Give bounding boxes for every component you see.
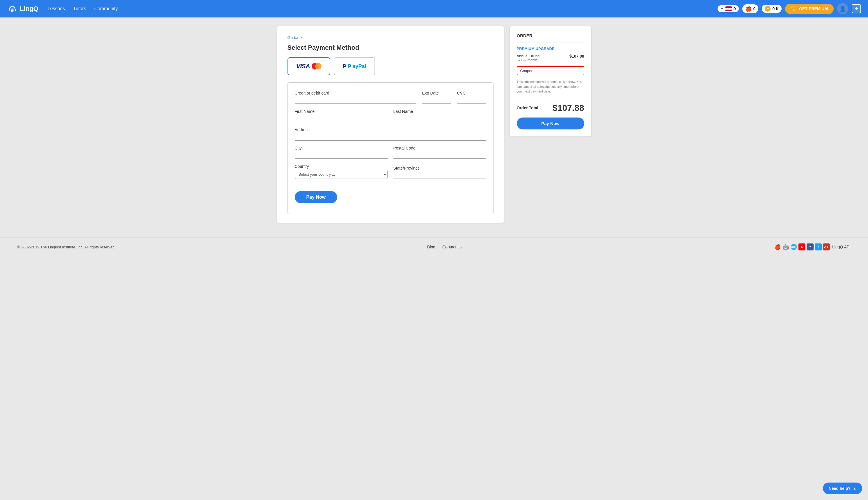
crown-icon: 👑 <box>791 6 797 12</box>
city-input[interactable] <box>295 151 387 159</box>
order-total-label: Order Total <box>517 105 538 110</box>
lingq-api-link[interactable]: LingQ API <box>832 245 850 249</box>
country-select[interactable]: Select your country ... <box>295 170 387 179</box>
order-divider-top <box>517 42 584 43</box>
coins-counter[interactable]: ✦ 0 K <box>762 5 781 13</box>
mastercard-logo <box>312 63 322 69</box>
address-row: Address <box>295 127 486 140</box>
footer-links: Blog Contact Us <box>427 245 462 249</box>
paypal-logo: P P ayPal <box>342 63 367 70</box>
paypal-p1: P <box>342 63 346 70</box>
need-help-label: Need help? <box>829 486 850 491</box>
logo-text: LingQ <box>20 5 38 12</box>
need-help-button[interactable]: Need help? ▲ <box>823 482 862 494</box>
coins-value: 0 K <box>772 7 779 11</box>
nav: Lessons Tutors Community <box>48 6 708 11</box>
first-name-label: First Name <box>295 109 387 114</box>
coin-icon: ✦ <box>765 6 770 12</box>
city-label: City <box>295 146 387 150</box>
cvc-label: CVC <box>457 91 486 95</box>
order-total-amount: $107.88 <box>553 103 584 113</box>
apple-store-icon[interactable]: 🍎 <box>774 243 781 250</box>
nav-tutors[interactable]: Tutors <box>73 6 86 11</box>
exp-date-group: Exp Date <box>422 91 451 104</box>
android-icon[interactable]: 🤖 <box>782 243 789 250</box>
social-icon[interactable]: g+ <box>823 243 830 250</box>
order-total-row: Order Total $107.88 <box>517 103 584 113</box>
state-province-input[interactable] <box>393 172 486 179</box>
pay-now-button-form[interactable]: Pay Now <box>295 191 338 203</box>
last-name-input[interactable] <box>393 115 486 122</box>
payment-methods: VISA P P ayPal <box>288 57 494 75</box>
youtube-icon[interactable]: ▶ <box>799 243 805 250</box>
card-number-group: Credit or debit card <box>295 91 416 104</box>
add-button[interactable]: + <box>852 4 861 13</box>
city-group: City <box>295 146 387 159</box>
coupon-input[interactable] <box>536 69 585 73</box>
language-selector[interactable]: ▼ 0 <box>718 5 739 12</box>
cvc-input[interactable] <box>457 96 486 104</box>
contact-us-link[interactable]: Contact Us <box>442 245 462 249</box>
paypal-p2: P <box>347 63 351 70</box>
logo[interactable]: LingQ <box>7 3 38 14</box>
nav-lessons[interactable]: Lessons <box>48 6 65 11</box>
streak-value: 0 <box>753 7 756 11</box>
first-name-group: First Name <box>295 109 387 122</box>
payment-section-title: Select Payment Method <box>288 44 494 52</box>
nav-community[interactable]: Community <box>94 6 118 11</box>
postal-code-label: Postal Code <box>393 146 486 150</box>
pay-now-button-order[interactable]: Pay Now <box>517 117 584 129</box>
facebook-icon[interactable]: f <box>807 243 814 250</box>
billing-price: $107.88 <box>570 54 584 58</box>
country-label: Country <box>295 164 387 169</box>
main-content: Go back Select Payment Method VISA P P a… <box>260 18 609 231</box>
subscription-note: This subscription will automatically ren… <box>517 79 584 94</box>
address-input[interactable] <box>295 133 486 140</box>
chrome-icon[interactable]: 🌐 <box>790 243 797 250</box>
first-name-input[interactable] <box>295 115 387 122</box>
order-divider-bottom <box>517 99 584 99</box>
footer-right: 🍎 🤖 🌐 ▶ f t g+ LingQ API <box>774 243 850 250</box>
billing-row: Annual Billing ($8.99/month) $107.88 <box>517 54 584 62</box>
streak-counter[interactable]: 🍎 0 <box>742 4 758 13</box>
state-province-group: State/Province <box>393 166 486 179</box>
billing-label: Annual Billing <box>517 54 540 58</box>
address-group: Address <box>295 127 486 140</box>
paypal-text: ayPal <box>353 64 367 69</box>
premium-btn-label: GET PREMIUM <box>799 7 828 11</box>
premium-upgrade-label: PREMIUM UPGRADE <box>517 47 584 51</box>
postal-code-group: Postal Code <box>393 146 486 159</box>
apple-icon: 🍎 <box>745 5 752 12</box>
order-panel: ORDER PREMIUM UPGRADE Annual Billing ($8… <box>510 26 591 136</box>
card-number-input[interactable] <box>295 96 416 104</box>
twitter-icon[interactable]: t <box>815 243 822 250</box>
header-right: ▼ 0 🍎 0 ✦ 0 K 👑 GET PREMIUM 👤 + <box>718 3 861 14</box>
chevron-down-icon: ▼ <box>721 7 724 10</box>
coupon-label: Coupon <box>520 69 534 73</box>
get-premium-button[interactable]: 👑 GET PREMIUM <box>785 4 834 14</box>
exp-date-label: Exp Date <box>422 91 451 95</box>
mc-orange-circle <box>315 63 322 69</box>
visa-mastercard-button[interactable]: VISA <box>288 57 330 75</box>
card-row: Credit or debit card Exp Date CVC <box>295 91 486 104</box>
footer: © 2002-2019 The Linguist Institute, Inc.… <box>0 237 868 256</box>
state-province-label: State/Province <box>393 166 486 170</box>
city-row: City Postal Code <box>295 146 486 159</box>
exp-date-input[interactable] <box>422 96 451 104</box>
paypal-button[interactable]: P P ayPal <box>334 57 375 75</box>
spain-flag-icon <box>725 7 732 11</box>
copyright: © 2002-2019 The Linguist Institute, Inc.… <box>18 245 115 249</box>
blog-link[interactable]: Blog <box>427 245 435 249</box>
header: LingQ Lessons Tutors Community ▼ 0 🍎 0 ✦… <box>0 0 868 18</box>
card-number-label: Credit or debit card <box>295 91 416 95</box>
order-title: ORDER <box>517 33 584 38</box>
postal-code-input[interactable] <box>393 151 486 159</box>
last-name-label: Last Name <box>393 109 486 114</box>
chevron-up-icon: ▲ <box>853 486 856 490</box>
avatar-icon: 👤 <box>839 5 846 12</box>
card-form: Credit or debit card Exp Date CVC First … <box>288 82 494 214</box>
cvc-group: CVC <box>457 91 486 104</box>
go-back-link[interactable]: Go back <box>288 35 303 40</box>
avatar[interactable]: 👤 <box>837 3 848 14</box>
footer-icons: 🍎 🤖 🌐 ▶ f t g+ <box>774 243 830 250</box>
